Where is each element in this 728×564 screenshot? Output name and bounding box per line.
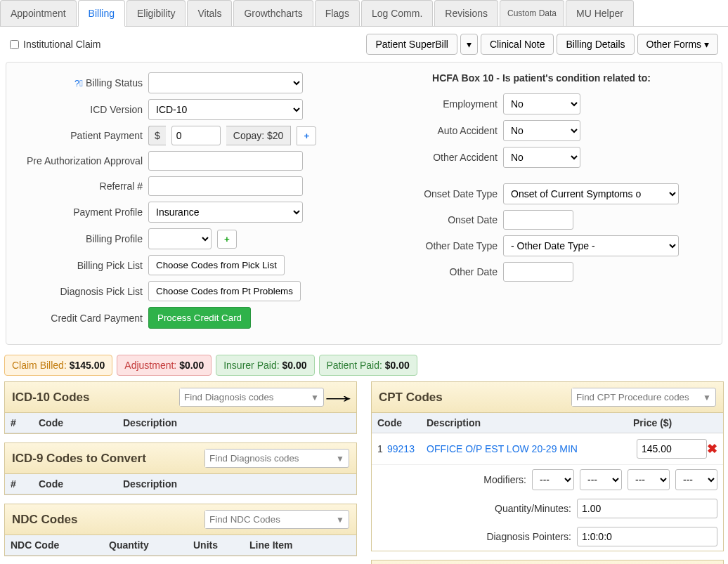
other-date-type-label: Other Date Type <box>371 240 498 251</box>
cc-payment-label: Credit Card Payment <box>16 313 143 324</box>
mod2-select[interactable]: --- <box>580 469 622 490</box>
icd10-box: ICD-10 Codes ▼ → #CodeDescription <box>4 381 357 434</box>
icd10-search-input[interactable] <box>180 388 306 406</box>
add-payment-button[interactable]: + <box>297 126 316 145</box>
diag-pick-label: Diagnosis Pick List <box>16 286 143 297</box>
tab-appointment[interactable]: Appointment <box>0 0 77 26</box>
top-bar: Institutional Claim Patient SuperBill ▾ … <box>0 27 728 62</box>
tab-flags[interactable]: Flags <box>315 0 360 26</box>
other-date-type-select[interactable]: - Other Date Type - <box>503 235 679 256</box>
billing-pick-button[interactable]: Choose Codes from Pick List <box>148 255 285 275</box>
icd9-search[interactable]: ▼ <box>204 449 349 468</box>
institutional-claim-input[interactable] <box>10 40 19 49</box>
main-tabs: Appointment Billing Eligibility Vitals G… <box>0 0 728 27</box>
caret-down-icon: ▼ <box>332 515 349 525</box>
icd9-box: ICD-9 Codes to Convert ▼ #CodeDescriptio… <box>4 442 357 495</box>
tab-growthcharts[interactable]: Growthcharts <box>233 0 313 26</box>
top-buttons: Patient SuperBill ▾ Clinical Note Billin… <box>366 34 718 55</box>
institutional-claim-checkbox[interactable]: Institutional Claim <box>10 39 101 50</box>
copay-label: Copay: $20 <box>226 126 292 145</box>
cpt-search-input[interactable] <box>572 388 698 406</box>
billing-status-select[interactable] <box>148 72 303 93</box>
cpt-title: CPT Codes <box>379 391 443 405</box>
other-acc-select[interactable]: No <box>503 147 580 168</box>
icd9-title: ICD-9 Codes to Convert <box>12 452 146 466</box>
process-cc-button[interactable]: Process Credit Card <box>148 307 251 329</box>
employment-select[interactable]: No <box>503 93 580 114</box>
billing-profile-label: Billing Profile <box>16 233 143 244</box>
dp-label: Diagnosis Pointers: <box>486 531 571 542</box>
qty-label: Quantity/Minutes: <box>495 503 571 514</box>
referral-label: Referral # <box>16 181 143 192</box>
institutional-claim-label: Institutional Claim <box>23 39 101 50</box>
right-code-col: CPT Codes ▼ CodeDescriptionPrice ($) 1 9… <box>371 381 724 564</box>
insurer-paid-badge: Insurer Paid: $0.00 <box>216 355 314 376</box>
tab-muhelper[interactable]: MU Helper <box>566 0 634 26</box>
summary-badges: Claim Billed: $145.00 Adjustment: $0.00 … <box>0 355 728 381</box>
onset-date-input[interactable] <box>503 210 573 230</box>
cpt-desc-link[interactable]: OFFICE O/P EST LOW 20-29 MIN <box>427 443 637 454</box>
tab-customdata[interactable]: Custom Data <box>500 0 564 26</box>
modifiers-label: Modifiers: <box>483 474 526 485</box>
other-date-label: Other Date <box>371 266 498 277</box>
billing-form-panel: ?⃝Billing Status ICD Version ICD-10 Pati… <box>6 62 722 345</box>
mod3-select[interactable]: --- <box>628 469 670 490</box>
cpt-price-input[interactable] <box>637 439 707 459</box>
icd9-search-input[interactable] <box>205 450 332 467</box>
payment-input[interactable] <box>171 126 221 145</box>
cpt-box: CPT Codes ▼ CodeDescriptionPrice ($) 1 9… <box>371 381 724 551</box>
patient-superbill-button[interactable]: Patient SuperBill <box>366 34 457 55</box>
diag-pick-button[interactable]: Choose Codes from Pt Problems <box>148 281 301 301</box>
ndc-search-input[interactable] <box>205 511 332 528</box>
pre-auth-input[interactable] <box>148 151 303 171</box>
other-forms-button[interactable]: Other Forms ▾ <box>637 34 718 55</box>
cpt-code-link[interactable]: 99213 <box>387 443 427 454</box>
billing-status-label: ?⃝Billing Status <box>16 77 143 88</box>
left-code-col: ICD-10 Codes ▼ → #CodeDescription ICD-9 … <box>4 381 357 564</box>
left-column: ?⃝Billing Status ICD Version ICD-10 Pati… <box>16 72 357 334</box>
other-date-input[interactable] <box>503 262 573 282</box>
tab-eligibility[interactable]: Eligibility <box>126 0 186 26</box>
hcpcs-box: HCPCS Codes ▼ CodeDescriptionPrice ($) 1… <box>371 560 724 564</box>
auto-label: Auto Accident <box>371 125 498 136</box>
arrow-right-icon: → <box>318 392 358 403</box>
tab-revisions[interactable]: Revisions <box>434 0 498 26</box>
payment-profile-label: Payment Profile <box>16 206 143 218</box>
referral-input[interactable] <box>148 176 303 196</box>
cpt-search[interactable]: ▼ <box>571 388 716 407</box>
help-icon[interactable]: ?⃝ <box>74 78 83 88</box>
clinical-note-button[interactable]: Clinical Note <box>481 34 554 55</box>
qty-input[interactable] <box>577 499 717 518</box>
onset-type-select[interactable]: Onset of Current Symptoms o <box>503 183 679 204</box>
dp-input[interactable] <box>577 527 717 546</box>
onset-type-label: Onset Date Type <box>371 188 498 199</box>
auto-select[interactable]: No <box>503 120 580 141</box>
delete-icon[interactable]: ✖ <box>707 441 717 457</box>
billing-pick-label: Billing Pick List <box>16 260 143 271</box>
add-billing-profile-button[interactable]: + <box>217 230 237 249</box>
right-column: HCFA Box 10 - Is patient's condition rel… <box>371 72 712 334</box>
patient-superbill-dropdown[interactable]: ▾ <box>460 34 478 55</box>
tab-logcomm[interactable]: Log Comm. <box>361 0 433 26</box>
mod4-select[interactable]: --- <box>675 469 717 490</box>
tab-vitals[interactable]: Vitals <box>187 0 232 26</box>
ndc-box: NDC Codes ▼ NDC CodeQuantityUnitsLine It… <box>4 504 357 556</box>
ndc-search[interactable]: ▼ <box>204 510 349 529</box>
caret-down-icon: ▼ <box>332 454 349 464</box>
icd10-search[interactable]: ▼ <box>179 388 324 407</box>
claim-billed-badge: Claim Billed: $145.00 <box>4 355 112 376</box>
adjustment-badge: Adjustment: $0.00 <box>117 355 212 376</box>
hcfa-title: HCFA Box 10 - Is patient's condition rel… <box>371 72 712 84</box>
mod1-select[interactable]: --- <box>532 469 574 490</box>
billing-profile-select[interactable] <box>148 228 212 249</box>
ndc-title: NDC Codes <box>12 513 78 527</box>
icd-version-select[interactable]: ICD-10 <box>148 99 303 120</box>
pre-auth-label: Pre Authorization Approval <box>16 155 143 166</box>
onset-date-label: Onset Date <box>371 214 498 225</box>
payment-profile-select[interactable]: Insurance <box>148 202 303 223</box>
tab-billing[interactable]: Billing <box>78 0 125 27</box>
cpt-row: 1 99213 OFFICE O/P EST LOW 20-29 MIN ✖ <box>372 433 723 465</box>
icd-version-label: ICD Version <box>16 104 143 115</box>
employment-label: Employment <box>371 98 498 110</box>
billing-details-button[interactable]: Billing Details <box>557 34 634 55</box>
